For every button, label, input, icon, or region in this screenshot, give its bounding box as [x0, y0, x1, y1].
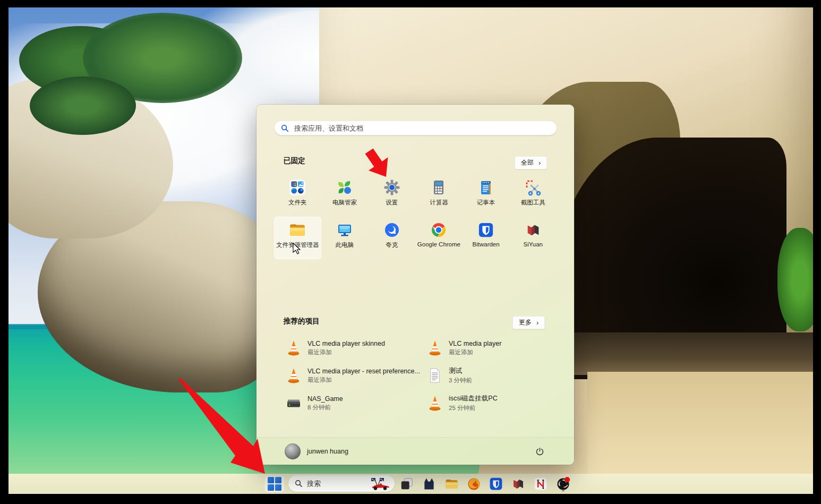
notification-badge [565, 477, 570, 482]
siyuan-taskbar-button[interactable] [511, 476, 526, 491]
pinned-app-siyuan[interactable]: SiYuan [509, 217, 557, 259]
pinned-all-button[interactable]: 全部 › [515, 156, 547, 169]
app-folder-group-icon [288, 178, 306, 197]
file-explorer-taskbar-button[interactable] [444, 476, 459, 491]
obs-icon [556, 477, 570, 491]
pinned-apps-grid: 文件夹 电脑管家 [274, 174, 557, 259]
task-view-button[interactable] [399, 476, 414, 491]
recommended-more-button[interactable]: 更多 › [512, 316, 545, 329]
power-button[interactable] [532, 444, 548, 459]
app-label: 电脑管家 [332, 199, 357, 207]
bitwarden-taskbar-button[interactable] [489, 476, 503, 491]
taskbar-search-input[interactable]: 搜索 [288, 475, 395, 492]
recommended-title-text: VLC media player skinned [307, 340, 385, 347]
bitwarden-icon [477, 221, 495, 239]
recommended-item[interactable]: VLC media player skinned最近添加 [278, 334, 419, 362]
snipping-tool-icon [524, 178, 542, 197]
pinned-app-chrome[interactable]: Google Chrome [415, 217, 463, 259]
vlc-cone-icon [426, 394, 443, 412]
app-label: SiYuan [524, 241, 543, 247]
pinned-app-settings[interactable]: 设置 [368, 174, 415, 217]
wallpaper-wet-sand [548, 332, 813, 375]
recommended-title-text: VLC media player - reset preference... [307, 368, 420, 375]
pinned-app-calculator[interactable]: 计算器 [415, 174, 463, 217]
text-document-icon [426, 366, 443, 385]
chrome-icon [430, 221, 448, 239]
recommended-item[interactable]: 测试3 分钟前 [419, 362, 560, 389]
file-explorer-icon [288, 221, 306, 239]
firefox-button[interactable] [466, 476, 481, 491]
recommended-subtitle-text: 最近添加 [307, 376, 420, 384]
wallpaper-tree [30, 76, 136, 135]
search-highlight-racecar-icon [370, 477, 391, 491]
recommended-item[interactable]: NAS_Game8 分钟前 [278, 389, 419, 417]
app-label: Bitwarden [473, 241, 500, 247]
calculator-icon [430, 178, 448, 197]
recommended-subtitle-text: 最近添加 [307, 348, 385, 356]
pinned-all-label: 全部 [521, 158, 534, 167]
recommended-item[interactable]: VLC media player最近添加 [419, 334, 560, 362]
app-label: 文件夹 [288, 199, 307, 207]
recommended-title-text: 测试 [449, 366, 472, 375]
pinned-app-folder-group[interactable]: 文件夹 [274, 174, 321, 217]
recommended-more-label: 更多 [519, 318, 532, 327]
pinned-app-snipping-tool[interactable]: 截图工具 [509, 174, 557, 217]
hard-drive-icon [285, 394, 302, 412]
taskbar: 搜索 [8, 474, 813, 494]
n-node-icon [534, 477, 548, 491]
start-menu-user-bar: junwen huang [256, 437, 574, 465]
app-label: 计算器 [430, 199, 448, 207]
folder-icon [444, 477, 459, 491]
recommended-item[interactable]: VLC media player - reset preference...最近… [278, 362, 419, 389]
clash-app-button[interactable] [422, 476, 437, 491]
bitwarden-icon [489, 477, 503, 491]
siyuan-icon [511, 477, 525, 491]
this-pc-monitor-icon [336, 221, 354, 239]
vlc-cone-icon [426, 339, 443, 357]
start-search-placeholder: 搜索应用、设置和文档 [294, 124, 363, 133]
settings-gear-icon [383, 178, 401, 197]
recommended-subtitle-text: 25 分钟前 [449, 404, 498, 412]
vlc-cone-icon [285, 366, 302, 385]
app-label: Google Chrome [417, 241, 460, 247]
pinned-section-title: 已固定 [284, 156, 305, 166]
recommended-title-text: iscsi磁盘挂载PC [449, 394, 498, 403]
desktop: 搜索 [8, 7, 813, 494]
recommended-subtitle-text: 8 分钟前 [307, 404, 343, 412]
start-search-input[interactable]: 搜索应用、设置和文档 [275, 121, 557, 135]
pinned-app-bitwarden[interactable]: Bitwarden [463, 217, 510, 259]
power-icon [535, 447, 544, 456]
recommended-section-title: 推荐的项目 [284, 317, 320, 326]
firefox-icon [467, 477, 481, 491]
app-label: 夸克 [386, 241, 398, 249]
recommended-item[interactable]: iscsi磁盘挂载PC25 分钟前 [419, 389, 560, 417]
pinned-app-quark[interactable]: 夸克 [368, 217, 415, 259]
pinned-app-this-pc[interactable]: 此电脑 [321, 217, 369, 259]
cat-icon [422, 477, 436, 491]
pinned-app-pc-manager[interactable]: 电脑管家 [321, 174, 369, 217]
app-label: 截图工具 [521, 199, 545, 207]
task-view-icon [400, 477, 414, 491]
n-node-app-button[interactable] [533, 476, 548, 491]
search-icon [295, 480, 303, 488]
recommended-subtitle-text: 3 分钟前 [449, 377, 472, 385]
user-avatar[interactable] [285, 443, 301, 459]
search-icon [281, 124, 289, 132]
recommended-title-text: VLC media player [449, 340, 501, 347]
start-button[interactable] [264, 475, 285, 492]
user-name: junwen huang [307, 448, 348, 455]
pinned-app-file-explorer[interactable]: 文件资源管理器 [274, 217, 321, 259]
app-label: 文件资源管理器 [276, 241, 319, 249]
wallpaper-foliage [777, 228, 813, 331]
app-label: 设置 [386, 199, 398, 207]
pc-manager-icon [336, 178, 354, 197]
taskbar-search-placeholder: 搜索 [307, 479, 370, 489]
start-menu: 搜索应用、设置和文档 已固定 全部 › 文件夹 [256, 105, 574, 465]
quark-icon [383, 221, 401, 239]
obs-studio-button[interactable] [555, 476, 570, 491]
pinned-app-notepad[interactable]: 记事本 [463, 174, 510, 217]
recommended-subtitle-text: 最近添加 [449, 348, 501, 356]
notepad-icon [477, 178, 495, 197]
recommended-title-text: NAS_Game [307, 395, 343, 403]
windows-logo-icon [268, 477, 281, 491]
